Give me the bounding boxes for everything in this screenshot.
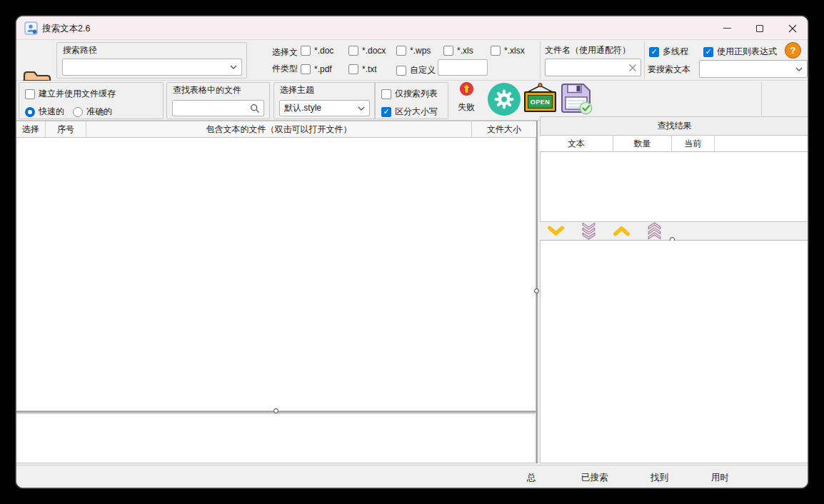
checkbox-icon (443, 46, 453, 56)
status-total-label: 总 (527, 472, 536, 484)
column-header-current: 当前 (672, 136, 715, 151)
checkbox-label: 使用正则表达式 (717, 46, 777, 58)
checkbox-label: *.wps (410, 46, 431, 56)
file-type-checkbox-xlsx[interactable]: *.xlsx (491, 46, 525, 56)
app-icon (24, 21, 38, 35)
file-type-checkbox-pdf[interactable]: *.pdf (301, 64, 332, 74)
column-header-text: 文本 (540, 136, 613, 151)
chevron-down-icon (230, 65, 237, 69)
search-options-group: 仅搜索列表 区分大小写 (374, 82, 448, 119)
find-in-table-input[interactable] (176, 103, 250, 114)
vertical-splitter-handle[interactable] (534, 288, 539, 293)
custom-type-inputbox (438, 59, 488, 76)
toolbar-row-1: 搜索路径 选择文 件类型 *.doc *.docx *.wps *.xls (16, 40, 808, 81)
next-result-button[interactable] (546, 224, 565, 238)
search-icon (250, 104, 260, 114)
search-text-combobox[interactable] (699, 60, 808, 78)
column-header-blank (715, 136, 808, 151)
list-only-checkbox[interactable]: 仅搜索列表 (381, 88, 438, 100)
failed-status: 失败 (451, 81, 481, 114)
chevron-down-icon (547, 226, 565, 236)
preview-area (540, 241, 808, 463)
theme-group: 选择主题 默认.style (273, 82, 376, 119)
case-sensitive-checkbox[interactable]: 区分大小写 (381, 106, 438, 118)
minimize-button[interactable] (710, 16, 743, 40)
checkbox-icon (301, 64, 311, 74)
search-path-group: 搜索路径 (56, 42, 247, 79)
file-type-checkbox-xls[interactable]: *.xls (443, 46, 473, 56)
regex-checkbox[interactable]: 使用正则表达式 (703, 46, 777, 58)
help-icon: ? (790, 45, 796, 56)
help-button[interactable]: ? (785, 42, 801, 59)
maximize-icon (756, 25, 763, 32)
save-button[interactable] (559, 82, 593, 118)
checkbox-label: *.txt (362, 64, 377, 74)
title-bar: 搜索文本2.6 (16, 16, 808, 40)
triple-chevron-up-icon (646, 222, 663, 240)
chevron-down-icon (795, 67, 803, 71)
file-type-checkbox-docx[interactable]: *.docx (348, 46, 386, 56)
checkbox-icon (649, 47, 659, 57)
search-text-label: 要搜索文本 (648, 64, 690, 76)
results-panel-title: 查找结果 (540, 116, 808, 136)
combo-value: 默认.style (284, 102, 358, 114)
checkbox-label: *.xlsx (504, 46, 525, 56)
speed-accurate-radio[interactable]: 准确的 (73, 106, 112, 118)
checkbox-label: *.docx (362, 46, 386, 56)
file-type-label-line1: 选择文 (272, 46, 298, 59)
file-type-checkbox-wps[interactable]: *.wps (396, 46, 431, 56)
status-time-label: 用时 (711, 472, 729, 484)
open-file-button[interactable]: OPEN (524, 83, 556, 114)
clear-icon[interactable] (628, 64, 637, 72)
checkbox-icon (25, 89, 35, 99)
search-path-combobox[interactable] (62, 59, 242, 76)
theme-combobox[interactable]: 默认.style (279, 100, 370, 116)
checkbox-icon (703, 47, 713, 57)
checkbox-icon (348, 64, 358, 74)
save-floppy-icon (559, 82, 593, 115)
cache-checkbox[interactable]: 建立并使用文件缓存 (25, 88, 116, 100)
results-table-body[interactable] (540, 152, 808, 222)
filename-input[interactable] (549, 62, 628, 74)
theme-label: 选择主题 (280, 84, 314, 96)
checkbox-icon (301, 46, 311, 56)
settings-button[interactable] (488, 83, 521, 116)
status-searched-label: 已搜索 (581, 472, 608, 484)
results-table-header: 文本 数量 当前 (540, 136, 808, 152)
checkbox-label: 多线程 (663, 46, 688, 58)
checkbox-icon (381, 107, 391, 117)
log-area (16, 413, 536, 463)
custom-type-input[interactable] (442, 62, 483, 74)
close-button[interactable] (776, 16, 808, 40)
chevron-down-icon (358, 106, 365, 111)
gear-icon (493, 89, 515, 110)
first-result-button[interactable] (645, 224, 663, 238)
triple-chevron-down-icon (581, 222, 597, 240)
minimize-icon (723, 28, 731, 29)
radio-label: 准确的 (86, 106, 112, 118)
horizontal-splitter-handle[interactable] (273, 408, 278, 413)
checkbox-icon (396, 66, 406, 76)
file-type-checkbox-txt[interactable]: *.txt (348, 64, 377, 74)
file-type-checkbox-custom[interactable]: 自定义 (396, 64, 436, 76)
speed-fast-radio[interactable]: 快速的 (25, 106, 64, 118)
checkbox-label: 仅搜索列表 (395, 88, 438, 100)
previous-result-button[interactable] (612, 224, 630, 238)
cache-group: 建立并使用文件缓存 快速的 准确的 (19, 82, 164, 119)
multithread-checkbox[interactable]: 多线程 (649, 46, 688, 58)
file-table-body[interactable] (16, 138, 536, 411)
radio-icon (25, 107, 35, 117)
app-window: 搜索文本2.6 搜索路径 选择 (16, 16, 808, 488)
failed-label: 失败 (451, 101, 481, 114)
file-type-checkbox-doc[interactable]: *.doc (301, 46, 333, 56)
radio-icon (73, 107, 83, 117)
maximize-button[interactable] (743, 16, 776, 40)
radio-label: 快速的 (39, 106, 64, 118)
column-header-select: 选择 (16, 121, 46, 137)
last-result-button[interactable] (579, 224, 598, 238)
close-icon (788, 24, 797, 33)
column-header-size: 文件大小 (472, 121, 536, 137)
search-path-label: 搜索路径 (63, 44, 97, 56)
find-in-table-group: 查找表格中的文件 (166, 82, 270, 119)
column-header-file: 包含文本的文件（双击可以打开文件） (86, 121, 472, 137)
